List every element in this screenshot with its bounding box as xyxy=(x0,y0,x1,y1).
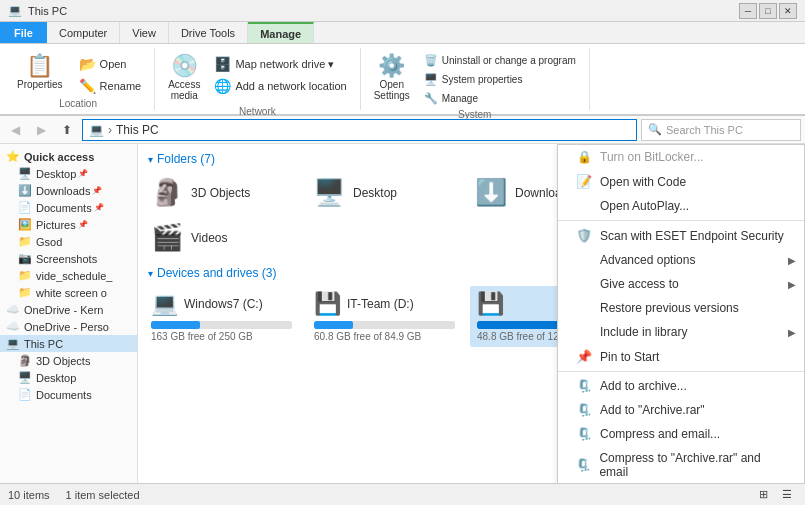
sidebar-item-3d-objects[interactable]: 🗿 3D Objects xyxy=(0,352,137,369)
context-menu: 🔒 Turn on BitLocker... 📝 Open with Code … xyxy=(557,144,805,483)
add-archive-rar-label: Add to "Archive.rar" xyxy=(600,403,705,417)
minimize-btn[interactable]: ─ xyxy=(739,3,757,19)
address-icon: 💻 xyxy=(89,123,104,137)
tab-computer[interactable]: Computer xyxy=(47,22,120,43)
desktop-folder-icon: 🖥️ xyxy=(313,177,345,208)
ctx-item-turn-on-bitlocker[interactable]: 🔒 Turn on BitLocker... xyxy=(558,145,804,169)
sidebar-item-pictures[interactable]: 🖼️ Pictures 📌 xyxy=(0,216,137,233)
ctx-item-scan-eset[interactable]: 🛡️ Scan with ESET Endpoint Security xyxy=(558,223,804,248)
view-details-btn[interactable]: ⊞ xyxy=(753,486,773,504)
tab-drive-tools[interactable]: Drive Tools xyxy=(169,22,248,43)
white-screen-label: white screen o xyxy=(36,287,107,299)
manage-icon: 🔧 xyxy=(424,92,438,105)
sidebar-item-onedrive-perso[interactable]: ☁️ OneDrive - Perso xyxy=(0,318,137,335)
documents-pin-icon: 📌 xyxy=(94,203,104,212)
sidebar-item-white-screen[interactable]: 📁 white screen o xyxy=(0,284,137,301)
ribbon-btn-access-media[interactable]: 💿 Accessmedia xyxy=(163,50,205,104)
3d-objects-icon: 🗿 xyxy=(18,354,32,367)
sidebar-item-documents2[interactable]: 📄 Documents xyxy=(0,386,137,403)
ctx-item-add-archive[interactable]: 🗜️ Add to archive... xyxy=(558,374,804,398)
compress-archive-email-icon: 🗜️ xyxy=(576,458,591,472)
sidebar-item-screenshots[interactable]: 📷 Screenshots xyxy=(0,250,137,267)
sidebar-item-quick-access[interactable]: ⭐ Quick access xyxy=(0,148,137,165)
ctx-item-open-autoplay[interactable]: Open AutoPlay... xyxy=(558,194,804,218)
settings-icon: ⚙️ xyxy=(378,53,405,79)
add-archive-icon: 🗜️ xyxy=(576,379,592,393)
ribbon-stacked-net: 🗄️ Map network drive ▾ 🌐 Add a network l… xyxy=(209,54,351,96)
3d-objects-label: 3D Objects xyxy=(36,355,90,367)
close-btn[interactable]: ✕ xyxy=(779,3,797,19)
tab-manage[interactable]: Manage xyxy=(248,22,314,43)
sidebar-item-vide[interactable]: 📁 vide_schedule_ xyxy=(0,267,137,284)
uninstall-label: Uninstall or change a program xyxy=(442,55,576,66)
pin-start-icon: 📌 xyxy=(576,349,592,364)
ribbon-group-network: 💿 Accessmedia 🗄️ Map network drive ▾ 🌐 A… xyxy=(155,48,361,110)
search-placeholder: Search This PC xyxy=(666,124,743,136)
sidebar-item-gsod[interactable]: 📁 Gsod xyxy=(0,233,137,250)
drive-item-d[interactable]: 💾 IT-Team (D:) 60.8 GB free of 84.9 GB xyxy=(307,286,462,347)
ctx-item-restore-versions[interactable]: Restore previous versions xyxy=(558,296,804,320)
settings-label: OpenSettings xyxy=(374,79,410,101)
ctx-item-pin-start[interactable]: 📌 Pin to Start xyxy=(558,344,804,369)
desktop-pin-icon: 📌 xyxy=(78,169,88,178)
up-btn[interactable]: ⬆ xyxy=(56,119,78,141)
ribbon-btn-rename[interactable]: ✏️ Rename xyxy=(74,76,147,96)
include-library-label: Include in library xyxy=(600,325,687,339)
back-btn[interactable]: ◀ xyxy=(4,119,26,141)
maximize-btn[interactable]: □ xyxy=(759,3,777,19)
ribbon-btn-open-settings[interactable]: ⚙️ OpenSettings xyxy=(369,50,415,104)
address-path[interactable]: 💻 › This PC xyxy=(82,119,637,141)
folder-item-3d[interactable]: 🗿 3D Objects xyxy=(144,172,302,213)
ribbon-btn-uninstall[interactable]: 🗑️ Uninstall or change a program xyxy=(419,52,581,69)
view-list-btn[interactable]: ☰ xyxy=(777,486,797,504)
forward-btn[interactable]: ▶ xyxy=(30,119,52,141)
sidebar-item-desktop2[interactable]: 🖥️ Desktop xyxy=(0,369,137,386)
onedrive-kern-label: OneDrive - Kern xyxy=(24,304,103,316)
desktop-icon: 🖥️ xyxy=(18,167,32,180)
ctx-item-open-with-code[interactable]: 📝 Open with Code xyxy=(558,169,804,194)
drive-item-c[interactable]: 💻 Windows7 (C:) 163 GB free of 250 GB xyxy=(144,286,299,347)
folders-header-label: Folders (7) xyxy=(157,152,215,166)
ribbon-content: 📋 Properties 📂 Open ✏️ Rename Location 💿… xyxy=(0,44,805,116)
include-library-arrow-icon: ▶ xyxy=(788,327,796,338)
ribbon-btn-map-network[interactable]: 🗄️ Map network drive ▾ xyxy=(209,54,351,74)
search-icon: 🔍 xyxy=(648,123,662,136)
sidebar-item-desktop[interactable]: 🖥️ Desktop 📌 xyxy=(0,165,137,182)
add-network-icon: 🌐 xyxy=(214,78,231,94)
properties-label: Properties xyxy=(17,79,63,90)
sidebar-item-documents[interactable]: 📄 Documents 📌 xyxy=(0,199,137,216)
ctx-item-advanced-options[interactable]: Advanced options ▶ xyxy=(558,248,804,272)
ctx-item-give-access[interactable]: Give access to ▶ xyxy=(558,272,804,296)
ribbon-btn-add-network[interactable]: 🌐 Add a network location xyxy=(209,76,351,96)
ctx-divider-1 xyxy=(558,220,804,221)
ctx-item-compress-email[interactable]: 🗜️ Compress and email... xyxy=(558,422,804,446)
ctx-item-include-library[interactable]: Include in library ▶ xyxy=(558,320,804,344)
search-box[interactable]: 🔍 Search This PC xyxy=(641,119,801,141)
ribbon-btn-properties[interactable]: 📋 Properties xyxy=(10,50,70,93)
documents-icon: 📄 xyxy=(18,201,32,214)
sidebar-item-this-pc[interactable]: 💻 This PC xyxy=(0,335,137,352)
sidebar-item-downloads[interactable]: ⬇️ Downloads 📌 xyxy=(0,182,137,199)
ctx-item-add-archive-rar[interactable]: 🗜️ Add to "Archive.rar" xyxy=(558,398,804,422)
ctx-item-compress-archive-email[interactable]: 🗜️ Compress to "Archive.rar" and email xyxy=(558,446,804,483)
compress-archive-email-label: Compress to "Archive.rar" and email xyxy=(599,451,786,479)
restore-label: Restore previous versions xyxy=(600,301,739,315)
sidebar-item-onedrive-kern[interactable]: ☁️ OneDrive - Kern xyxy=(0,301,137,318)
ribbon-group-system: ⚙️ OpenSettings 🗑️ Uninstall or change a… xyxy=(361,48,590,110)
videos-folder-label: Videos xyxy=(191,231,227,245)
add-archive-label: Add to archive... xyxy=(600,379,687,393)
folder-item-desktop[interactable]: 🖥️ Desktop xyxy=(306,172,464,213)
ribbon-btn-manage[interactable]: 🔧 Manage xyxy=(419,90,581,107)
tab-view[interactable]: View xyxy=(120,22,169,43)
compress-email-label: Compress and email... xyxy=(600,427,720,441)
pin-start-label: Pin to Start xyxy=(600,350,659,364)
ribbon-btn-open[interactable]: 📂 Open xyxy=(74,54,147,74)
vide-label: vide_schedule_ xyxy=(36,270,112,282)
properties-icon: 📋 xyxy=(26,53,53,79)
ribbon-btn-system-props[interactable]: 🖥️ System properties xyxy=(419,71,581,88)
documents-label: Documents xyxy=(36,202,92,214)
tab-file[interactable]: File xyxy=(0,22,47,43)
folders-chevron-icon: ▾ xyxy=(148,154,153,165)
folder-item-videos[interactable]: 🎬 Videos xyxy=(144,217,302,258)
item-selected: 1 item selected xyxy=(66,489,140,501)
